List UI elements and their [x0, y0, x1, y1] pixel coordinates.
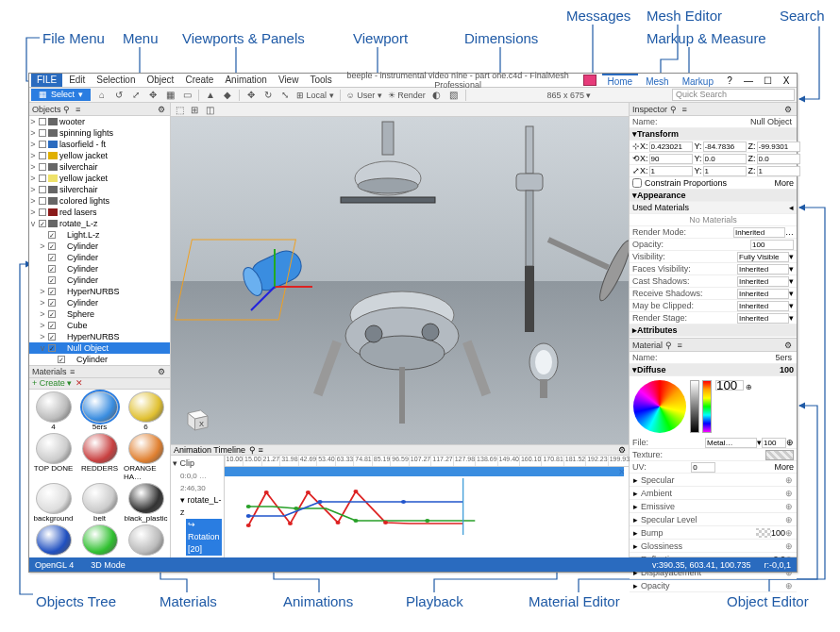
tree-row[interactable]: vrotate_L-z [29, 218, 170, 229]
material-swatch[interactable] [31, 524, 76, 556]
pos-x[interactable] [649, 141, 693, 152]
material-channel[interactable]: ▸Glossiness⊕ [630, 540, 797, 553]
menu-create[interactable]: Create [180, 74, 218, 87]
tree-row[interactable]: >HyperNURBS [29, 331, 170, 342]
nav-cube[interactable]: X [182, 405, 210, 433]
tree-row[interactable]: >Cylinder [29, 241, 170, 252]
tree-row[interactable]: Cylinder [29, 274, 170, 286]
search-input[interactable]: Quick Search [672, 89, 795, 101]
3d-viewport[interactable]: X [171, 117, 629, 444]
hue-slider[interactable] [702, 380, 712, 433]
maximize-button[interactable]: ☐ [759, 75, 776, 86]
material-channel[interactable]: ▸Bump 100⊕ [630, 526, 797, 540]
gear-icon[interactable]: ⚙ [782, 105, 794, 114]
color-wheel[interactable] [633, 380, 686, 433]
material-channel[interactable]: ▸Specular Level⊕ [630, 513, 797, 526]
material-channel[interactable]: ▸Opacity⊕ [630, 579, 797, 592]
tab-markup[interactable]: Markup [677, 74, 719, 87]
menu-view[interactable]: View [274, 74, 304, 87]
objects-tree[interactable]: >wooter>spinning lights>lasorfield - ft>… [29, 116, 170, 365]
menu-edit[interactable]: Edit [64, 74, 90, 87]
tree-row[interactable]: Light.L-z [29, 229, 170, 241]
messages-button[interactable] [583, 75, 596, 86]
material-swatch[interactable]: TOP DONE [31, 433, 76, 481]
gear-icon[interactable]: ⚙ [782, 341, 794, 350]
tool-icon[interactable]: ▲ [205, 90, 216, 101]
tree-row[interactable]: >Cylinder [29, 297, 170, 308]
material-delete[interactable]: ✕ [76, 378, 83, 388]
tool-icon[interactable]: ✥ [147, 90, 159, 101]
texture-swatch[interactable] [765, 450, 794, 460]
tree-row[interactable]: >silverchair [29, 161, 170, 173]
pos-y[interactable] [703, 141, 747, 152]
tree-row[interactable]: >yellow jacket [29, 150, 170, 161]
tree-row[interactable]: Cylinder [29, 252, 170, 263]
rot-z[interactable] [757, 154, 800, 164]
tree-row[interactable]: >spinning lights [29, 127, 170, 139]
tree-row[interactable]: Cylinder [29, 263, 170, 274]
close-button[interactable]: X [778, 75, 795, 86]
viewport-icon[interactable]: ⬚ [174, 104, 185, 115]
constrain-checkbox[interactable] [632, 178, 642, 188]
value-slider[interactable] [690, 380, 699, 433]
menu-object[interactable]: Object [143, 74, 179, 87]
help-button[interactable]: ? [721, 75, 738, 86]
tree-row[interactable]: >HyperNURBS [29, 286, 170, 297]
material-channel[interactable]: ▸Specular⊕ [630, 474, 797, 487]
tool-icon[interactable]: ▧ [448, 90, 460, 101]
viewport-icon[interactable]: ◫ [204, 104, 215, 115]
menu-selection[interactable]: Selection [92, 74, 140, 87]
more-link[interactable]: More [774, 178, 794, 188]
tool-icon[interactable]: ✥ [245, 90, 257, 101]
material-channel[interactable]: ▸Emissive⊕ [630, 500, 797, 513]
material-channel[interactable]: ▸Ambient⊕ [630, 487, 797, 500]
material-swatch[interactable] [77, 524, 122, 556]
viewport-icon[interactable]: ⊞ [189, 104, 200, 115]
scl-z[interactable] [757, 166, 800, 176]
tree-row[interactable]: Cylinder [29, 354, 170, 365]
material-swatch[interactable]: 5ers [77, 391, 122, 431]
file-menu[interactable]: FILE [31, 74, 62, 87]
material-swatch[interactable]: ORANGE HA… [124, 433, 168, 481]
timeline-tree[interactable]: ▾ Clip 0:0,0 … 2:46,30 ▾ rotate_L-z ↪ Ro… [171, 456, 225, 557]
material-swatch[interactable]: 4 [31, 391, 76, 431]
material-swatch[interactable]: background [31, 483, 76, 523]
material-swatch[interactable] [124, 524, 168, 556]
tree-row[interactable]: >colored lights [29, 195, 170, 207]
scl-y[interactable] [703, 166, 747, 176]
tool-icon[interactable]: ⤢ [130, 90, 142, 101]
select-tool[interactable]: ▦Select▾ [31, 89, 91, 101]
material-swatch[interactable]: 6 [124, 391, 168, 431]
tab-home[interactable]: Home [602, 74, 639, 87]
material-swatch[interactable]: belt [77, 483, 122, 523]
tree-row[interactable]: >Sphere [29, 308, 170, 320]
rot-x[interactable] [649, 154, 693, 164]
tool-icon[interactable]: ▭ [181, 90, 193, 101]
pos-z[interactable] [757, 141, 800, 152]
tree-row[interactable]: >yellow jacket [29, 173, 170, 184]
tool-icon[interactable]: ↻ [262, 90, 274, 101]
minimize-button[interactable]: — [740, 75, 757, 86]
material-swatch[interactable]: black_plastic [124, 483, 168, 523]
tool-icon[interactable]: ⤡ [279, 90, 291, 101]
tree-row[interactable]: >red lasers [29, 207, 170, 218]
opacity-input[interactable] [750, 240, 794, 250]
tool-icon[interactable]: ↺ [113, 90, 125, 101]
tool-icon[interactable]: ▦ [164, 90, 176, 101]
scl-x[interactable] [649, 166, 693, 176]
tab-mesh[interactable]: Mesh [640, 74, 674, 87]
tool-icon[interactable]: ⌂ [96, 90, 108, 101]
object-name[interactable]: Null Object [748, 117, 794, 126]
gear-icon[interactable]: ⚙ [156, 105, 167, 114]
render-mode[interactable]: Inherited [733, 227, 785, 238]
timeline-chart[interactable]: 10.0015.0021.2731.9842.6953.4063.3374.81… [225, 456, 630, 557]
tree-row[interactable]: >lasorfield - ft [29, 139, 170, 150]
material-swatch[interactable]: REDDERS [77, 433, 122, 481]
material-add[interactable]: + Create ▾ [32, 378, 72, 388]
tree-row[interactable]: vNull Object [29, 342, 170, 354]
tool-icon[interactable]: ◐ [431, 90, 443, 101]
tree-row[interactable]: >silverchair [29, 184, 170, 195]
menu-animation[interactable]: Animation [220, 74, 271, 87]
gear-icon[interactable]: ⚙ [618, 445, 626, 455]
rot-y[interactable] [703, 154, 747, 164]
